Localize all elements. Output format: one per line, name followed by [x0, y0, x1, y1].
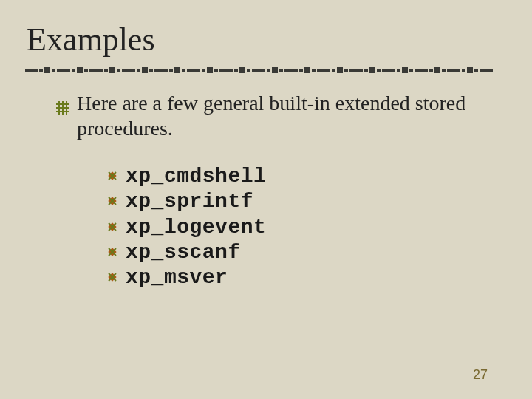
- body-text: Here are a few general built-in extended…: [77, 91, 470, 140]
- slide-title: Examples: [27, 21, 505, 58]
- svg-rect-31: [280, 69, 282, 71]
- svg-rect-40: [350, 69, 362, 71]
- list-item: xp_msver: [106, 265, 505, 290]
- procedure-name: xp_cmdshell: [126, 164, 266, 189]
- slide-container: Examples: [0, 0, 532, 399]
- svg-rect-29: [267, 69, 270, 71]
- svg-rect-32: [285, 69, 297, 71]
- svg-rect-53: [463, 69, 465, 71]
- list-item: xp_cmdshell: [106, 164, 505, 189]
- svg-rect-16: [155, 69, 167, 71]
- list-item: xp_sscanf: [106, 240, 505, 265]
- svg-rect-42: [370, 68, 375, 72]
- svg-rect-22: [208, 68, 212, 72]
- svg-rect-19: [183, 69, 185, 71]
- svg-rect-0: [25, 69, 37, 71]
- svg-rect-25: [235, 69, 237, 71]
- svg-rect-36: [318, 69, 330, 71]
- svg-rect-7: [85, 69, 87, 71]
- procedure-name: xp_logevent: [126, 215, 266, 240]
- svg-rect-12: [123, 69, 134, 71]
- svg-rect-3: [52, 69, 55, 71]
- svg-rect-34: [305, 68, 310, 72]
- diamond-bullet-icon: [106, 265, 118, 290]
- diamond-bullet-icon: [106, 240, 118, 265]
- svg-rect-39: [345, 69, 347, 71]
- svg-rect-38: [338, 68, 342, 72]
- diamond-bullet-icon: [106, 215, 118, 240]
- divider-icon: [25, 66, 498, 75]
- svg-rect-54: [468, 68, 472, 72]
- svg-rect-52: [448, 69, 460, 71]
- svg-rect-1: [40, 69, 42, 71]
- procedure-name: xp_sprintf: [126, 189, 253, 214]
- procedure-list: xp_cmdshell xp_sprintf xp_logevent: [106, 164, 505, 290]
- svg-rect-43: [378, 69, 380, 71]
- svg-rect-51: [443, 69, 445, 71]
- svg-rect-37: [332, 69, 335, 71]
- list-item: xp_sprintf: [106, 189, 505, 214]
- crosshatch-bullet-icon: [56, 95, 69, 120]
- svg-rect-30: [273, 68, 277, 72]
- svg-rect-46: [403, 68, 407, 72]
- procedure-name: xp_sscanf: [126, 240, 241, 265]
- svg-rect-50: [435, 68, 440, 72]
- svg-rect-8: [90, 69, 102, 71]
- list-item: xp_logevent: [106, 215, 505, 240]
- svg-rect-56: [480, 69, 492, 71]
- svg-rect-35: [313, 69, 315, 71]
- svg-rect-6: [78, 68, 82, 72]
- title-divider: [25, 66, 498, 75]
- svg-rect-20: [188, 69, 200, 71]
- svg-rect-4: [58, 69, 69, 71]
- svg-rect-24: [220, 69, 232, 71]
- svg-rect-55: [475, 69, 477, 71]
- svg-rect-41: [365, 69, 367, 71]
- svg-rect-49: [430, 69, 432, 71]
- svg-rect-47: [410, 69, 412, 71]
- svg-rect-10: [110, 68, 115, 72]
- svg-rect-44: [383, 69, 395, 71]
- svg-rect-5: [72, 69, 75, 71]
- svg-rect-48: [415, 69, 427, 71]
- svg-rect-27: [248, 69, 250, 71]
- svg-rect-15: [150, 69, 152, 71]
- svg-rect-11: [117, 69, 120, 71]
- svg-rect-21: [202, 69, 205, 71]
- svg-rect-2: [45, 68, 50, 72]
- svg-rect-14: [143, 68, 147, 72]
- diamond-bullet-icon: [106, 189, 118, 214]
- svg-rect-26: [240, 68, 245, 72]
- page-number: 27: [473, 367, 488, 383]
- svg-rect-18: [175, 68, 180, 72]
- procedure-name: xp_msver: [126, 265, 228, 290]
- body-bullet: Here are a few general built-in extended…: [56, 91, 470, 140]
- svg-rect-17: [170, 69, 172, 71]
- svg-rect-9: [105, 69, 107, 71]
- svg-rect-13: [137, 69, 140, 71]
- svg-rect-28: [253, 69, 265, 71]
- diamond-bullet-icon: [106, 164, 118, 189]
- svg-rect-23: [215, 69, 217, 71]
- svg-rect-33: [300, 69, 302, 71]
- svg-rect-45: [398, 69, 400, 71]
